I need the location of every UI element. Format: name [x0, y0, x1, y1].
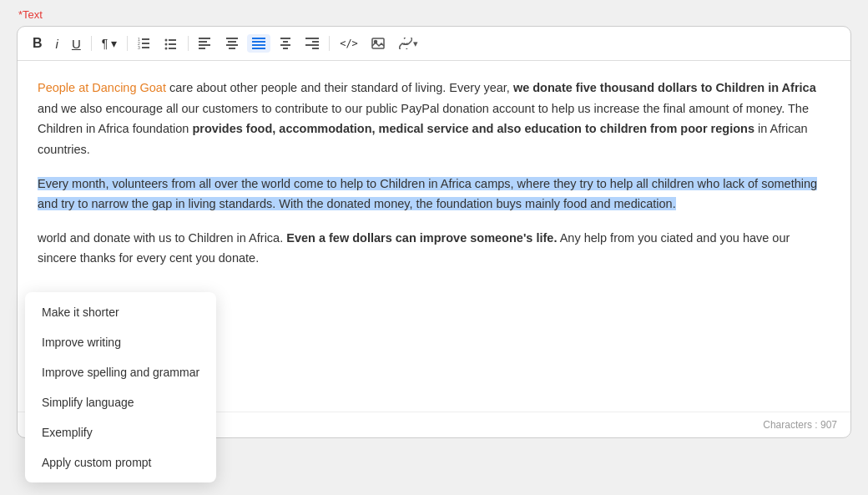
paragraph-button[interactable]: ¶ ▾	[97, 34, 122, 53]
svg-rect-19	[229, 48, 235, 49]
separator-4	[329, 36, 330, 51]
code-button[interactable]: </>	[335, 35, 363, 52]
align-right-active-button[interactable]	[247, 34, 270, 53]
svg-text:3: 3	[138, 45, 140, 50]
menu-item-improve-writing[interactable]: Improve writing	[25, 327, 216, 357]
context-menu: Make it shorter Improve writing Improve …	[25, 292, 216, 482]
align-center-button[interactable]	[220, 34, 244, 53]
svg-rect-22	[252, 44, 265, 46]
underline-button[interactable]: U	[67, 34, 86, 53]
menu-item-simplify-language[interactable]: Simplify language	[25, 387, 216, 417]
paragraph-1: People at Dancing Goat care about other …	[38, 78, 830, 160]
svg-rect-14	[199, 44, 210, 46]
field-label: *Text	[17, 8, 851, 21]
toolbar: B i U ¶ ▾ 123	[18, 27, 850, 61]
svg-rect-1	[142, 43, 149, 44]
link-button[interactable]: ▾	[393, 34, 423, 53]
svg-rect-16	[226, 38, 238, 39]
menu-item-apply-custom-prompt[interactable]: Apply custom prompt	[25, 447, 216, 477]
svg-point-8	[165, 43, 168, 46]
svg-rect-28	[305, 38, 319, 39]
svg-rect-30	[305, 44, 319, 46]
svg-rect-17	[228, 41, 236, 43]
bold-button[interactable]: B	[28, 33, 48, 53]
svg-rect-24	[280, 38, 290, 39]
align-left-button[interactable]	[194, 34, 217, 53]
paragraph-2-highlighted: Every month, volunteers from all over th…	[38, 174, 830, 215]
svg-rect-23	[252, 48, 265, 49]
menu-item-improve-spelling[interactable]: Improve spelling and grammar	[25, 357, 216, 387]
svg-rect-15	[199, 48, 205, 49]
align-right-button[interactable]	[300, 34, 324, 53]
ordered-list-button[interactable]: 123	[133, 33, 156, 53]
svg-rect-13	[199, 41, 207, 43]
paragraph-3: world and donate with us to Children in …	[38, 228, 830, 269]
menu-item-exemplify[interactable]: Exemplify	[25, 417, 216, 447]
svg-rect-27	[283, 48, 288, 49]
svg-point-6	[165, 39, 168, 42]
unordered-list-button[interactable]	[159, 33, 183, 53]
svg-rect-7	[169, 39, 176, 41]
menu-item-make-shorter[interactable]: Make it shorter	[25, 297, 216, 327]
character-count: Characters : 907	[763, 419, 837, 431]
svg-rect-29	[312, 41, 319, 43]
separator-2	[127, 36, 128, 51]
svg-rect-25	[283, 41, 288, 43]
align-justify-button[interactable]	[274, 34, 297, 53]
svg-rect-2	[142, 47, 149, 48]
svg-rect-12	[199, 38, 210, 39]
link-text-1: People at Dancing Goat	[38, 81, 166, 94]
svg-point-10	[165, 48, 168, 50]
italic-button[interactable]: i	[51, 34, 63, 53]
separator-1	[91, 36, 92, 51]
svg-rect-31	[312, 48, 319, 49]
svg-rect-11	[169, 48, 176, 49]
svg-rect-20	[252, 38, 265, 39]
svg-rect-0	[142, 38, 149, 40]
svg-rect-21	[252, 41, 265, 43]
svg-rect-26	[280, 44, 290, 46]
svg-rect-18	[226, 44, 238, 46]
svg-rect-9	[169, 43, 176, 45]
separator-3	[188, 36, 189, 51]
image-button[interactable]	[366, 34, 390, 53]
